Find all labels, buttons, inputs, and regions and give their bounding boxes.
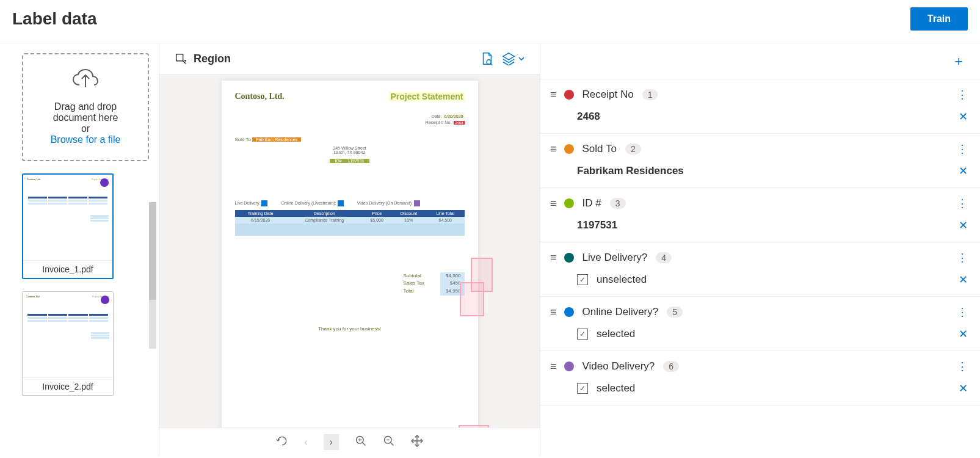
field-value: Fabrikam Residences	[577, 165, 684, 177]
clear-value-button[interactable]: ✕	[959, 382, 968, 395]
thumbnail[interactable]: Contoso, Ltd.Project Statement Invoice_2…	[22, 291, 114, 396]
run-layout-icon[interactable]	[480, 52, 493, 65]
checkbox-icon: ✓	[577, 329, 588, 340]
region-tool[interactable]: Region	[174, 52, 231, 65]
field-menu-button[interactable]: ⋮	[957, 305, 968, 319]
thumbnail[interactable]: Contoso, Ltd.Project Statement Invoice_1…	[22, 173, 114, 279]
field-shortcut-badge: 5	[667, 307, 683, 318]
thumbnail-name: Invoice_1.pdf	[23, 260, 112, 278]
checkbox-icon: ✓	[577, 274, 588, 285]
drag-handle-icon[interactable]: ≡	[550, 360, 556, 373]
header: Label data Train	[0, 0, 980, 43]
browse-link[interactable]: Browse for a file	[29, 134, 142, 145]
field-menu-button[interactable]: ⋮	[957, 251, 968, 264]
clear-value-button[interactable]: ✕	[959, 273, 968, 286]
thumbnail-name: Invoice_2.pdf	[23, 377, 113, 395]
status-dot-icon	[101, 296, 109, 304]
drag-handle-icon[interactable]: ≡	[550, 143, 556, 156]
field-color-swatch	[564, 90, 574, 100]
field-name: Receipt No	[583, 89, 634, 101]
canvas-panel: Region Contoso, Ltd. Project Statement D…	[159, 43, 540, 456]
svg-point-0	[487, 60, 491, 64]
field-shortcut-badge: 2	[625, 144, 641, 154]
main: Drag and drop document here or Browse fo…	[0, 43, 980, 456]
status-dot-icon	[100, 178, 109, 187]
field-color-swatch	[564, 253, 574, 263]
drag-handle-icon[interactable]: ≡	[550, 89, 556, 101]
clear-value-button[interactable]: ✕	[959, 110, 968, 123]
field-color-swatch	[564, 198, 574, 208]
field-name: Online Delivery?	[583, 306, 659, 318]
page-title: Label data	[12, 9, 96, 29]
file-panel: Drag and drop document here or Browse fo…	[0, 43, 159, 456]
field-row: ≡ Live Delivery? 4 ⋮ ✓ unselected ✕	[540, 242, 980, 297]
dropzone[interactable]: Drag and drop document here or Browse fo…	[22, 53, 149, 161]
zoom-in-icon[interactable]	[355, 435, 367, 449]
layers-icon[interactable]	[502, 52, 525, 65]
dropzone-line2: document here	[29, 112, 142, 123]
field-menu-button[interactable]: ⋮	[957, 197, 968, 210]
field-name: Live Delivery?	[583, 252, 648, 264]
field-value: selected	[597, 328, 635, 340]
document-canvas[interactable]: Contoso, Ltd. Project Statement Date: 6/…	[159, 75, 540, 456]
field-value: selected	[597, 382, 635, 394]
field-menu-button[interactable]: ⋮	[957, 88, 968, 101]
clear-value-button[interactable]: ✕	[959, 219, 968, 232]
region-box[interactable]	[460, 282, 484, 316]
clear-value-button[interactable]: ✕	[959, 164, 968, 178]
field-menu-button[interactable]: ⋮	[957, 142, 968, 156]
field-menu-button[interactable]: ⋮	[957, 360, 968, 373]
drag-handle-icon[interactable]: ≡	[550, 306, 556, 319]
field-color-swatch	[564, 144, 574, 154]
field-row: ≡ Video Delivery? 6 ⋮ ✓ selected ✕	[540, 351, 980, 405]
doc-title: Project Statement	[389, 92, 464, 101]
canvas-toolbar: Region	[159, 43, 540, 75]
clear-value-button[interactable]: ✕	[959, 327, 968, 341]
field-value: unselected	[597, 274, 647, 286]
fields-panel: ＋ ≡ Receipt No 1 ⋮ 2468 ✕ ≡ Sold To 2 ⋮	[540, 43, 980, 456]
dropzone-line3: or	[29, 123, 142, 134]
prev-page-icon[interactable]: ‹	[304, 437, 307, 448]
field-name: Video Delivery?	[583, 360, 655, 373]
field-name: ID #	[583, 197, 601, 209]
drag-handle-icon[interactable]: ≡	[550, 252, 556, 264]
canvas-bottom-toolbar: ‹ ›	[159, 427, 540, 456]
region-label: Region	[194, 53, 231, 65]
field-shortcut-badge: 6	[663, 361, 679, 372]
field-name: Sold To	[583, 143, 617, 155]
drag-handle-icon[interactable]: ≡	[550, 197, 556, 210]
field-row: ≡ Online Delivery? 5 ⋮ ✓ selected ✕	[540, 297, 980, 351]
fields-toolbar: ＋	[540, 43, 980, 79]
left-scrollbar[interactable]	[149, 202, 156, 349]
next-page-icon[interactable]: ›	[324, 434, 339, 450]
field-shortcut-badge: 3	[610, 198, 626, 209]
field-row: ≡ Receipt No 1 ⋮ 2468 ✕	[540, 79, 980, 134]
checkbox-icon: ✓	[577, 383, 588, 394]
field-shortcut-badge: 1	[642, 89, 658, 100]
field-color-swatch	[564, 362, 574, 371]
field-value: 2468	[577, 111, 600, 123]
train-button[interactable]: Train	[910, 7, 968, 31]
dropzone-line1: Drag and drop	[29, 101, 142, 112]
field-color-swatch	[564, 307, 574, 317]
field-value: 1197531	[577, 219, 617, 231]
fit-icon[interactable]	[411, 435, 423, 449]
field-row: ≡ ID # 3 ⋮ 1197531 ✕	[540, 188, 980, 242]
add-field-button[interactable]: ＋	[952, 52, 965, 70]
document-preview: Contoso, Ltd. Project Statement Date: 6/…	[222, 81, 478, 456]
field-shortcut-badge: 4	[656, 252, 672, 263]
field-row: ≡ Sold To 2 ⋮ Fabrikam Residences ✕	[540, 134, 980, 188]
upload-icon	[29, 69, 142, 95]
rotate-left-icon[interactable]	[276, 435, 288, 449]
zoom-out-icon[interactable]	[383, 435, 395, 449]
